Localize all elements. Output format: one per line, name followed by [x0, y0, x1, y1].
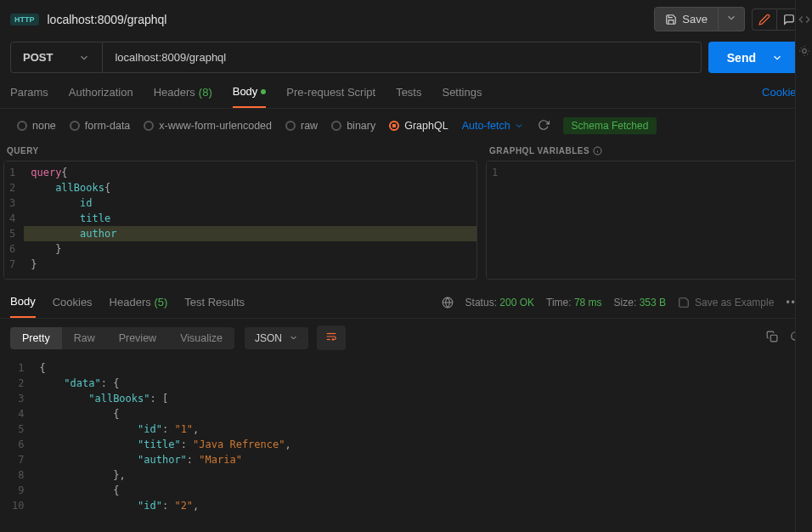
body-active-dot: [261, 89, 266, 94]
response-code: { "data": { "allBooks": [ { "id": "1", "…: [36, 357, 809, 517]
chevron-down-icon: [289, 333, 298, 342]
body-type-graphql[interactable]: GraphQL: [389, 120, 448, 132]
tab-body[interactable]: Body: [233, 85, 267, 108]
response-status: Status: 200 OK: [465, 297, 534, 308]
info-icon: [593, 146, 602, 156]
response-format-select[interactable]: JSON: [245, 327, 308, 349]
body-type-radios: none form-data x-www-form-urlencoded raw…: [0, 109, 812, 143]
response-size: Size: 353 B: [614, 297, 666, 308]
save-label: Save: [682, 13, 708, 25]
view-visualize[interactable]: Visualize: [168, 327, 234, 349]
topbar-header: HTTP localhost:8009/graphql Save: [0, 0, 812, 38]
chevron-down-icon: [725, 12, 737, 24]
send-button[interactable]: Send: [708, 42, 802, 73]
query-panel-label: QUERY: [3, 143, 477, 161]
svg-point-10: [802, 49, 806, 54]
view-raw[interactable]: Raw: [62, 327, 107, 349]
save-icon: [665, 14, 677, 25]
response-time: Time: 78 ms: [546, 297, 602, 308]
tab-params[interactable]: Params: [10, 86, 48, 107]
svg-rect-7: [770, 335, 777, 342]
tab-headers[interactable]: Headers (8): [154, 86, 212, 107]
body-type-none[interactable]: none: [17, 120, 56, 132]
query-code: query{ allBooks{ id title author } }: [24, 161, 476, 279]
sidebar-code-icon[interactable]: [798, 14, 810, 28]
body-type-binary[interactable]: binary: [331, 120, 375, 132]
graphql-query-editor[interactable]: 1234567 query{ allBooks{ id title author…: [3, 161, 477, 280]
response-headers-count: (5): [154, 296, 167, 308]
response-view-tabs: Pretty Raw Preview Visualize: [10, 327, 234, 349]
right-sidebar-strip: [795, 0, 812, 532]
save-icon: [678, 297, 690, 308]
edit-button[interactable]: [752, 8, 776, 31]
variables-gutter: 1: [487, 161, 506, 279]
pencil-icon: [758, 14, 770, 25]
copy-icon: [766, 331, 778, 342]
http-method-badge: HTTP: [10, 14, 39, 25]
body-type-formdata[interactable]: form-data: [70, 120, 131, 132]
wrap-lines-button[interactable]: [317, 325, 346, 350]
tab-tests[interactable]: Tests: [396, 86, 421, 107]
response-tab-test-results[interactable]: Test Results: [184, 296, 245, 317]
response-tab-body[interactable]: Body: [10, 295, 36, 318]
chevron-down-icon: [771, 52, 783, 64]
chevron-down-icon: [514, 121, 524, 131]
wrap-icon: [325, 331, 337, 342]
tab-settings[interactable]: Settings: [442, 86, 482, 107]
view-pretty[interactable]: Pretty: [10, 327, 62, 349]
tab-prerequest-script[interactable]: Pre-request Script: [286, 86, 375, 107]
variables-panel-label: GRAPHQL VARIABLES: [486, 143, 809, 161]
graphql-variables-editor[interactable]: 1: [486, 161, 809, 280]
save-dropdown-button[interactable]: [719, 7, 745, 31]
auto-fetch-toggle[interactable]: Auto-fetch: [462, 120, 524, 132]
save-button[interactable]: Save: [654, 7, 719, 31]
view-preview[interactable]: Preview: [107, 327, 168, 349]
response-tab-headers[interactable]: Headers (5): [110, 296, 168, 317]
request-tabs: Params Authorization Headers (8) Body Pr…: [0, 76, 812, 109]
response-gutter: 12345678910: [3, 357, 36, 517]
copy-response-button[interactable]: [766, 331, 778, 345]
body-type-urlencoded[interactable]: x-www-form-urlencoded: [144, 120, 272, 132]
request-url-input[interactable]: localhost:8009/graphql: [103, 42, 701, 73]
sidebar-info-icon[interactable]: [798, 45, 810, 59]
headers-count-badge: (8): [199, 86, 212, 99]
response-body-editor[interactable]: 12345678910 { "data": { "allBooks": [ { …: [0, 357, 812, 517]
refresh-icon: [538, 119, 550, 131]
save-as-example-button[interactable]: Save as Example: [678, 297, 774, 308]
url-value: localhost:8009/graphql: [115, 51, 226, 64]
http-method-value: POST: [23, 51, 53, 64]
body-type-raw[interactable]: raw: [285, 120, 318, 132]
comment-icon: [783, 14, 795, 25]
refresh-schema-button[interactable]: [538, 119, 550, 133]
tab-authorization[interactable]: Authorization: [69, 86, 133, 107]
request-tab-title[interactable]: localhost:8009/graphql: [48, 13, 167, 26]
query-gutter: 1234567: [4, 161, 24, 279]
send-label: Send: [727, 51, 756, 65]
response-tab-cookies[interactable]: Cookies: [53, 296, 93, 317]
schema-status-badge: Schema Fetched: [563, 117, 657, 134]
http-method-select[interactable]: POST: [10, 42, 103, 73]
globe-icon[interactable]: [442, 297, 454, 308]
chevron-down-icon: [78, 52, 90, 64]
